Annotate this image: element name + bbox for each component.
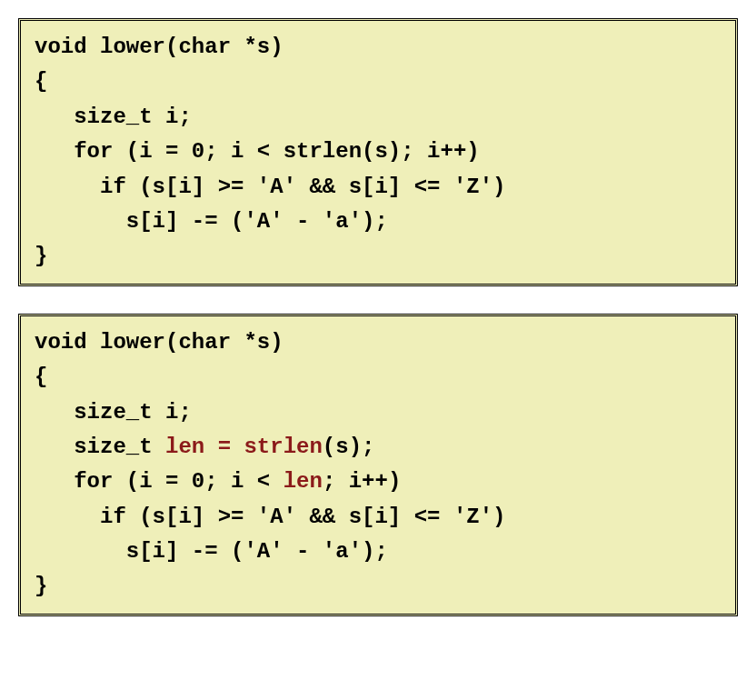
code-line: void lower(char *s) xyxy=(35,330,284,355)
code-line: void lower(char *s) xyxy=(35,35,284,59)
code-line: } xyxy=(35,244,47,268)
code-line: s[i] -= ('A' - 'a'); xyxy=(35,209,388,234)
code-line: for (i = 0; i < strlen(s); i++) xyxy=(35,139,480,164)
code-line: (s); xyxy=(323,435,375,459)
code-line: s[i] -= ('A' - 'a'); xyxy=(35,539,388,564)
code-line: size_t xyxy=(35,435,165,459)
code-line: if (s[i] >= 'A' && s[i] <= 'Z') xyxy=(35,175,505,199)
code-highlight: len xyxy=(284,469,323,494)
code-line: ; i++) xyxy=(323,469,401,494)
code-block-2: void lower(char *s) { size_t i; size_t l… xyxy=(18,314,738,616)
code-line: size_t i; xyxy=(35,105,192,129)
code-block-1: void lower(char *s) { size_t i; for (i =… xyxy=(18,18,738,286)
code-line: size_t i; xyxy=(35,400,192,425)
code-line: for (i = 0; i < xyxy=(35,469,284,494)
code-highlight: len = strlen xyxy=(165,435,323,459)
code-line: { xyxy=(35,69,47,94)
code-line: { xyxy=(35,365,47,389)
code-line: if (s[i] >= 'A' && s[i] <= 'Z') xyxy=(35,505,505,529)
code-line: } xyxy=(35,574,47,598)
